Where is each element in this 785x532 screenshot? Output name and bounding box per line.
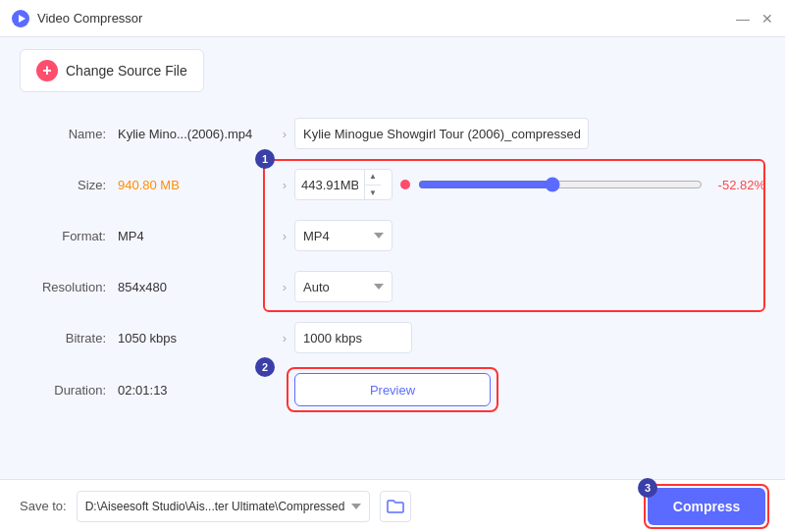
size-input-wrapper: ▲ ▼ — [294, 169, 392, 200]
size-slider-area — [418, 177, 703, 192]
duration-control: Preview — [294, 373, 765, 406]
change-source-label: Change Source File — [66, 63, 187, 79]
app-icon — [12, 10, 29, 27]
close-button[interactable]: ✕ — [761, 12, 773, 26]
badge-2: 2 — [255, 357, 275, 377]
duration-label: Duration: — [20, 383, 118, 398]
duration-row: 2 Duration: 02:01:13 Preview — [20, 363, 765, 416]
name-original: Kylie Mino...(2006).mp4 — [118, 127, 275, 141]
resolution-arrow: › — [275, 280, 294, 294]
size-arrow: › — [275, 178, 294, 192]
name-control — [294, 118, 765, 149]
main-content: + Change Source File Name: Kylie Mino...… — [0, 37, 785, 479]
window-controls: — ✕ — [736, 12, 773, 26]
format-arrow: › — [275, 229, 294, 243]
preview-wrapper: Preview — [294, 373, 491, 406]
bitrate-label: Bitrate: — [20, 331, 118, 346]
app-title: Video Compressor — [37, 11, 736, 26]
size-up-btn[interactable]: ▲ — [365, 169, 381, 186]
minimize-button[interactable]: — — [736, 12, 750, 26]
size-input[interactable] — [295, 178, 364, 192]
badge-3: 3 — [638, 478, 657, 498]
duration-original: 02:01:13 — [118, 383, 275, 398]
bitrate-original: 1050 kbps — [118, 331, 275, 346]
resolution-original: 854x480 — [118, 280, 275, 294]
save-to-label: Save to: — [20, 499, 67, 513]
form-area: Name: Kylie Mino...(2006).mp4 › 1 Size: … — [20, 108, 765, 479]
size-percent: -52.82% — [718, 178, 765, 192]
bitrate-control — [294, 322, 765, 353]
save-path-select[interactable]: D:\Aiseesoft Studio\Ais...ter Ultimate\C… — [77, 491, 370, 522]
size-original: 940.80 MB — [118, 178, 275, 192]
resolution-control: Auto 854x480 1280x720 1920x1080 640x360 — [294, 271, 765, 302]
format-select[interactable]: MP4 AVI MKV MOV WMV — [294, 220, 392, 251]
badge-1: 1 — [255, 149, 275, 169]
size-slider[interactable] — [418, 177, 703, 192]
change-source-button[interactable]: + Change Source File — [20, 49, 204, 92]
size-row: Size: 940.80 MB › ▲ ▼ -52.82% — [20, 159, 765, 210]
bitrate-input[interactable] — [294, 322, 412, 353]
preview-button[interactable]: Preview — [294, 373, 491, 406]
format-original: MP4 — [118, 229, 275, 243]
folder-icon — [387, 499, 404, 514]
name-row: Name: Kylie Mino...(2006).mp4 › — [20, 108, 765, 159]
title-bar: Video Compressor — ✕ — [0, 0, 785, 37]
compress-btn-wrapper: 3 Compress — [648, 488, 765, 525]
resolution-select[interactable]: Auto 854x480 1280x720 1920x1080 640x360 — [294, 271, 392, 302]
size-down-btn[interactable]: ▼ — [365, 186, 381, 201]
size-control: ▲ ▼ -52.82% — [294, 169, 765, 200]
bitrate-row: Bitrate: 1050 kbps › — [20, 312, 765, 363]
size-label: Size: — [20, 178, 118, 192]
compress-button[interactable]: Compress — [648, 488, 765, 525]
format-control: MP4 AVI MKV MOV WMV — [294, 220, 765, 251]
name-input[interactable] — [294, 118, 589, 149]
bitrate-arrow: › — [275, 331, 294, 346]
format-row: Format: MP4 › MP4 AVI MKV MOV WMV — [20, 210, 765, 261]
name-label: Name: — [20, 127, 118, 141]
resolution-row: Resolution: 854x480 › Auto 854x480 1280x… — [20, 261, 765, 312]
plus-icon: + — [36, 60, 58, 81]
name-arrow: › — [275, 127, 294, 141]
size-spinner: ▲ ▼ — [364, 169, 381, 200]
resolution-label: Resolution: — [20, 280, 118, 294]
size-dot — [400, 180, 410, 189]
folder-icon-button[interactable] — [380, 491, 411, 522]
bottom-bar: Save to: D:\Aiseesoft Studio\Ais...ter U… — [0, 479, 785, 532]
format-label: Format: — [20, 229, 118, 243]
highlighted-block: 1 Size: 940.80 MB › ▲ ▼ — [20, 159, 765, 312]
